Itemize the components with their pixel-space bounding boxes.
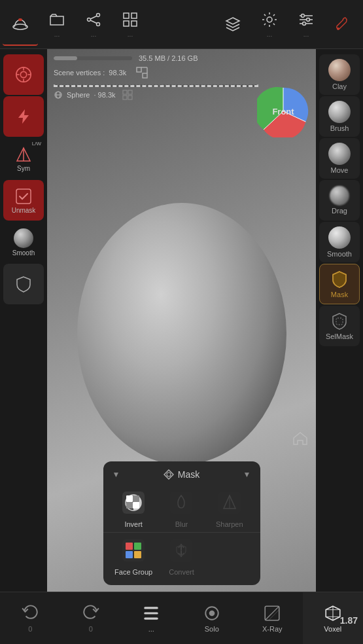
sphere-label: Sphere xyxy=(67,91,90,99)
sliders-btn[interactable]: ... xyxy=(288,3,324,46)
svg-point-15 xyxy=(302,14,305,17)
left-toolbar: L/W Sym Unmask Smooth xyxy=(0,49,47,592)
svg-rect-59 xyxy=(144,607,158,609)
svg-line-65 xyxy=(265,606,279,620)
mask-left-btn[interactable] xyxy=(3,264,44,304)
svg-line-5 xyxy=(90,16,97,19)
mask-expand-chevron[interactable]: ▼ xyxy=(243,470,251,479)
home-btn[interactable] xyxy=(291,429,309,448)
svg-rect-39 xyxy=(133,495,139,502)
lightning-btn[interactable] xyxy=(3,96,44,137)
clay-btn[interactable]: Clay xyxy=(319,54,360,95)
smooth-left-label: Smooth xyxy=(12,249,35,257)
settings-dots: ... xyxy=(267,31,272,38)
svg-rect-9 xyxy=(124,21,129,26)
svg-point-51 xyxy=(20,71,26,77)
target-btn[interactable] xyxy=(3,54,44,95)
drag-ball xyxy=(330,186,349,206)
svg-rect-29 xyxy=(128,96,132,99)
undo-btn[interactable]: 0 xyxy=(0,592,61,645)
invert-item[interactable]: Invert xyxy=(112,489,154,528)
settings-btn[interactable]: ... xyxy=(252,3,287,46)
smooth-btn[interactable]: Smooth xyxy=(319,222,360,262)
xray-btn[interactable]: X-Ray xyxy=(242,592,303,645)
share-btn[interactable]: ... xyxy=(76,3,111,46)
clay-label: Clay xyxy=(332,82,347,90)
folder-btn[interactable]: ... xyxy=(39,3,75,46)
svg-rect-47 xyxy=(126,551,133,558)
share-dots: ... xyxy=(91,31,96,38)
invert-label: Invert xyxy=(124,520,143,528)
blur-label: Blur xyxy=(175,520,188,528)
brush-btn[interactable]: Brush xyxy=(319,96,360,137)
convert-item[interactable]: Convert xyxy=(160,537,202,576)
wrench-btn[interactable] xyxy=(325,3,360,46)
svg-rect-46 xyxy=(134,543,141,550)
sphere-value: · 98.3k xyxy=(94,91,115,99)
svg-rect-45 xyxy=(126,543,133,550)
move-label: Move xyxy=(331,166,349,174)
vertices-label: Scene vertices : xyxy=(54,69,105,77)
mask-btn[interactable]: Mask xyxy=(319,264,360,304)
svg-rect-61 xyxy=(144,617,158,619)
blur-icon xyxy=(167,489,195,516)
svg-point-3 xyxy=(88,18,91,21)
sym-btn[interactable]: L/W Sym xyxy=(3,138,44,179)
svg-point-11 xyxy=(267,17,272,22)
svg-point-34 xyxy=(167,473,171,476)
move-ball xyxy=(328,143,351,165)
solo-btn[interactable]: Solo xyxy=(182,592,243,645)
invert-icon xyxy=(120,489,147,516)
expand-btn[interactable] xyxy=(133,63,151,82)
svg-rect-8 xyxy=(131,13,137,18)
canvas-area[interactable]: 35.5 MB / 2.16 GB Scene vertices : 98.3k xyxy=(47,49,316,592)
svg-rect-20 xyxy=(143,73,147,78)
mask-collapse-chevron[interactable]: ▼ xyxy=(112,470,120,479)
unmask-btn[interactable]: Unmask xyxy=(3,180,44,221)
svg-rect-19 xyxy=(137,67,141,72)
sliders-dots: ... xyxy=(303,31,309,38)
drag-btn[interactable]: Drag xyxy=(319,180,360,221)
sharpen-icon xyxy=(216,489,243,516)
grid-dots: ... xyxy=(128,31,133,38)
face-group-label: Face Group xyxy=(114,568,152,576)
svg-point-16 xyxy=(307,18,310,21)
face-group-item[interactable]: Face Group xyxy=(112,537,154,576)
folder-dots: ... xyxy=(54,31,60,38)
smooth-left-btn[interactable]: Smooth xyxy=(3,222,44,262)
mask-popup: ▼ Mask ▼ xyxy=(103,461,260,585)
grid-btn[interactable]: ... xyxy=(112,3,148,46)
menu-btn[interactable]: ... xyxy=(121,592,182,645)
redo-count: 0 xyxy=(89,625,93,633)
mask-popup-row1: Invert Blur xyxy=(103,485,260,533)
mask-popup-row2: Face Group Convert xyxy=(103,533,260,580)
svg-rect-10 xyxy=(131,21,137,26)
move-btn[interactable]: Move xyxy=(319,138,360,179)
svg-rect-58 xyxy=(336,318,343,325)
sharpen-item[interactable]: Sharpen xyxy=(209,489,251,528)
mask-popup-title: Mask xyxy=(178,469,199,480)
layers-btn[interactable] xyxy=(215,3,251,46)
svg-point-2 xyxy=(97,13,100,16)
selmask-btn[interactable]: SelMask xyxy=(319,306,360,346)
orientation-widget[interactable]: Front xyxy=(257,85,309,137)
top-toolbar-right: ... ... xyxy=(215,3,363,46)
sharpen-label: Sharpen xyxy=(216,520,243,528)
svg-line-6 xyxy=(90,20,97,24)
svg-rect-44 xyxy=(122,539,145,562)
smooth-ball-right xyxy=(328,226,351,249)
sym-label: Sym xyxy=(17,165,30,172)
blur-item[interactable]: Blur xyxy=(160,489,202,528)
menu-label: ... xyxy=(148,625,154,633)
mem-text: 35.5 MB / 2.16 GB xyxy=(139,54,198,62)
sphere-render xyxy=(77,203,286,465)
vertices-value: 98.3k xyxy=(109,69,126,77)
clay-ball xyxy=(328,59,351,81)
right-toolbar: Clay Brush Move Drag Smooth Mask SelMask xyxy=(316,49,363,592)
top-toolbar-left: ... ... ... xyxy=(0,3,148,46)
svg-rect-28 xyxy=(123,96,127,99)
svg-rect-60 xyxy=(144,612,158,614)
redo-btn[interactable]: 0 xyxy=(61,592,122,645)
hat-btn[interactable] xyxy=(3,3,38,46)
svg-rect-7 xyxy=(124,13,129,18)
